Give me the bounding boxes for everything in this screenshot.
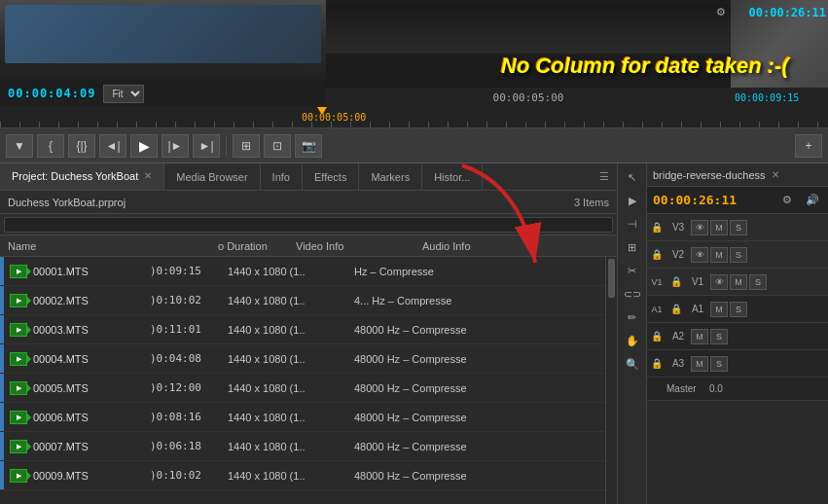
file-list-container: ▶ 00001.MTS )0:09:15 1440 x 1080 (1.. Hz…: [0, 257, 617, 504]
close-sequence-tab[interactable]: ✕: [772, 169, 779, 180]
lock-v2-icon[interactable]: 🔒: [651, 249, 663, 260]
list-item[interactable]: ▶ 00006.MTS )0:08:16 1440 x 1080 (1.. 48…: [0, 403, 605, 432]
insert-button[interactable]: ⊞: [233, 134, 260, 158]
slip-tool[interactable]: ⊂⊃: [621, 284, 644, 304]
track-v3-m[interactable]: M: [710, 220, 728, 235]
mark-out-button[interactable]: {: [37, 134, 64, 158]
file-color-bar: [0, 374, 4, 402]
settings-btn[interactable]: ⚙: [777, 191, 797, 210]
list-item[interactable]: ▶ 00003.MTS )0:11:01 1440 x 1080 (1.. 48…: [0, 315, 605, 344]
in-out-button[interactable]: {|}: [68, 134, 95, 158]
file-video-info: 1440 x 1080 (1..: [228, 353, 354, 365]
track-v3: 🔒 V3 👁 M S: [647, 214, 828, 241]
track-a1: A1 🔒 A1 M S: [647, 296, 828, 323]
file-icon: ▶: [8, 436, 29, 457]
main-area: Project: Duchess YorkBoat ✕ Media Browse…: [0, 163, 828, 504]
hand-tool[interactable]: ✋: [621, 331, 644, 350]
file-color-bar: [0, 461, 4, 489]
list-item[interactable]: ▶ 00007.MTS )0:06:18 1440 x 1080 (1.. 48…: [0, 432, 605, 461]
track-select-tool[interactable]: ▶: [621, 191, 644, 210]
track-a1-m[interactable]: M: [710, 302, 728, 317]
list-item[interactable]: ▶ 00004.MTS )0:04:08 1440 x 1080 (1.. 48…: [0, 344, 605, 374]
add-track-button[interactable]: +: [795, 134, 822, 158]
track-a2: 🔒 A2 M S: [647, 323, 828, 350]
lock-a1-icon[interactable]: 🔒: [670, 304, 682, 314]
col-header-name[interactable]: Name: [0, 240, 214, 252]
close-project-tab[interactable]: ✕: [144, 170, 152, 181]
next-edit-button[interactable]: |►: [162, 134, 189, 158]
mute-btn[interactable]: 🔊: [803, 191, 822, 210]
file-name: 00002.MTS: [33, 295, 150, 306]
timeline-ruler: 00:00:05:00: [0, 107, 828, 128]
lock-v1-icon[interactable]: 🔒: [670, 276, 682, 287]
center-timecode: 00:00:05:00: [493, 91, 564, 104]
file-name: 00006.MTS: [33, 412, 150, 423]
list-item[interactable]: ▶ 00009.MTS )0:10:02 1440 x 1080 (1.. 48…: [0, 461, 605, 490]
list-scrollbar[interactable]: [605, 257, 617, 504]
source-monitor[interactable]: 00:00:04:09 Fit: [0, 0, 326, 107]
razor-tool[interactable]: ✂: [621, 261, 644, 280]
pen-tool[interactable]: ✏: [621, 307, 644, 327]
tab-markers[interactable]: Markers: [359, 163, 422, 190]
track-master-label: Master: [666, 383, 705, 394]
file-icon: ▶: [8, 319, 29, 341]
play-button[interactable]: ▶: [130, 134, 158, 158]
rate-stretch-tool[interactable]: ⊞: [621, 237, 644, 257]
left-panel: Project: Duchess YorkBoat ✕ Media Browse…: [0, 163, 618, 504]
items-count: 3 Items: [574, 197, 609, 208]
selection-tool[interactable]: ↖: [621, 167, 644, 187]
track-v3-s[interactable]: S: [730, 220, 747, 235]
file-duration: )0:08:16: [150, 411, 228, 423]
list-item[interactable]: ▶ 00001.MTS )0:09:15 1440 x 1080 (1.. Hz…: [0, 257, 605, 286]
file-color-bar: [0, 286, 4, 314]
tab-media-browser[interactable]: Media Browser: [164, 163, 260, 190]
end-button[interactable]: ►|: [193, 134, 220, 158]
list-item[interactable]: ▶ 00002.MTS )0:10:02 1440 x 1080 (1.. 4.…: [0, 286, 605, 315]
col-header-video[interactable]: Video Info: [292, 240, 418, 252]
export-frame-button[interactable]: 📷: [295, 134, 322, 158]
tab-history[interactable]: Histor...: [422, 163, 483, 190]
overwrite-button[interactable]: ⊡: [264, 134, 291, 158]
file-icon: ▶: [8, 261, 29, 282]
track-v2-s[interactable]: S: [730, 247, 747, 263]
lock-v3-icon[interactable]: 🔒: [651, 222, 663, 233]
annotation-text: No Column for date taken :-(: [501, 54, 789, 79]
track-a3-m[interactable]: M: [691, 356, 708, 372]
fit-dropdown[interactable]: Fit: [103, 85, 144, 103]
list-item[interactable]: ▶ 00005.MTS )0:12:00 1440 x 1080 (1.. 48…: [0, 374, 605, 403]
file-audio-info: 48000 Hz – Compresse: [354, 382, 481, 394]
track-v1-m[interactable]: M: [730, 274, 747, 290]
project-filename: Duchess YorkBoat.prproj: [8, 197, 126, 208]
source-timecode: 00:00:04:09: [8, 87, 95, 100]
tab-overflow-menu[interactable]: ☰: [592, 163, 617, 190]
track-v3-eye[interactable]: 👁: [691, 220, 708, 235]
track-v1-s[interactable]: S: [749, 274, 767, 290]
track-a2-s[interactable]: S: [710, 329, 728, 344]
ripple-tool[interactable]: ⊣: [621, 214, 644, 234]
track-a3-s[interactable]: S: [710, 356, 728, 372]
track-v1-eye[interactable]: 👁: [710, 274, 728, 290]
track-a2-label: A2: [666, 331, 690, 342]
lock-a3-icon[interactable]: 🔒: [651, 358, 663, 369]
track-a2-m[interactable]: M: [691, 329, 708, 344]
file-color-bar: [0, 432, 4, 460]
prev-edit-button[interactable]: ◄|: [99, 134, 126, 158]
zoom-tool[interactable]: 🔍: [621, 354, 644, 374]
col-header-duration[interactable]: o Duration: [214, 240, 292, 252]
track-a1-s[interactable]: S: [730, 302, 747, 317]
lock-a2-icon[interactable]: 🔒: [651, 331, 663, 342]
tab-effects[interactable]: Effects: [303, 163, 359, 190]
file-video-info: 1440 x 1080 (1..: [228, 441, 354, 452]
file-icon: ▶: [8, 348, 29, 370]
file-audio-info: 48000 Hz – Compresse: [354, 412, 481, 423]
tab-info[interactable]: Info: [261, 163, 303, 190]
track-v2-m[interactable]: M: [710, 247, 728, 263]
file-name: 00004.MTS: [33, 353, 150, 365]
track-v2-eye[interactable]: 👁: [691, 247, 708, 263]
file-icon: ▶: [8, 290, 29, 311]
settings-icon[interactable]: ⚙: [716, 6, 726, 18]
file-duration: )0:09:15: [150, 265, 228, 277]
col-header-audio[interactable]: Audio Info: [418, 240, 545, 252]
tab-project[interactable]: Project: Duchess YorkBoat ✕: [0, 163, 164, 190]
mark-in-button[interactable]: ▼: [6, 134, 33, 158]
